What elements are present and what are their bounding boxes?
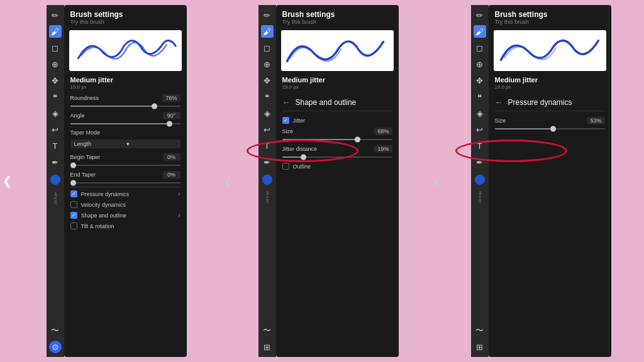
nav-icon-quote[interactable]: ❝ [49, 90, 62, 103]
pressure-size-value: 53% [587, 117, 604, 124]
jitter-dist-thumb[interactable] [301, 155, 306, 160]
left-nav-main: ✏ 🖌 ◻ ⊕ ✥ ❝ ◈ ↩ T ✒ 19.0 px 〜 ⚙ [47, 5, 64, 357]
shape-size-slider[interactable] [282, 139, 392, 140]
nav-icon-pres-brush[interactable]: ✏ [474, 9, 486, 21]
end-taper-row: End Taper 0% [70, 169, 180, 180]
nav-icon-pres-eye[interactable]: ◈ [474, 107, 486, 119]
nav-icon-pres-move[interactable]: ✥ [474, 74, 486, 87]
nav-icon-shape-eye[interactable]: ◈ [261, 107, 274, 119]
nav-icon-wave[interactable]: 〜 [49, 324, 62, 337]
nav-icon-pres-quote[interactable]: ❝ [474, 90, 486, 103]
jitter-dist-label: Jitter distance [282, 146, 318, 152]
color-dot-pressure[interactable] [475, 175, 485, 185]
nav-icon-shape-pen[interactable]: ✒ [261, 156, 274, 168]
nav-icon-history[interactable]: ↩ [49, 123, 62, 136]
brush-stroke-svg [69, 30, 182, 71]
panel-title-shape: Brush settings [282, 10, 392, 19]
pressure-back-arrow[interactable]: ← [495, 97, 503, 107]
begin-taper-slider[interactable] [70, 165, 180, 166]
velocity-row[interactable]: Velocity dynamics [70, 199, 180, 210]
shape-chevron[interactable]: › [178, 212, 180, 219]
velocity-checkbox[interactable] [70, 201, 77, 208]
nav-icon-brush[interactable]: ✏ [49, 9, 62, 21]
begin-taper-thumb[interactable] [70, 163, 76, 168]
panel3-nav-arrow[interactable]: ❮ [433, 175, 441, 187]
size-label: 19.0 px [53, 192, 57, 205]
nav-icon-pres-text[interactable]: T [474, 140, 486, 152]
shape-checkbox[interactable]: ✓ [70, 212, 77, 219]
panel-content-shape: ← Shape and outline ✓ Jitter Size 68% [276, 92, 399, 357]
nav-icon-shape-history[interactable]: ↩ [261, 123, 274, 136]
shape-back-arrow[interactable]: ← [282, 97, 291, 107]
panel-title-pressure: Brush settings [495, 10, 605, 19]
begin-taper-row: Begin Taper 0% [70, 151, 180, 163]
nav-icon-text[interactable]: T [49, 140, 62, 152]
nav-icon-shape-eraser[interactable]: ◻ [261, 41, 274, 54]
brush-size-main: 19.0 px [64, 84, 187, 92]
jitter-dist-slider[interactable] [282, 156, 392, 158]
nav-icon-settings-active[interactable]: ⚙ [49, 341, 62, 353]
pressure-row[interactable]: ✓ Pressure dynamics › [70, 189, 180, 199]
nav-icon-shape-smudge[interactable]: ⊕ [261, 58, 274, 70]
nav-icon-pen[interactable]: ✒ [49, 156, 62, 168]
jitter-dist-value: 19% [374, 145, 392, 153]
nav-icon-active[interactable]: 🖌 [49, 25, 62, 38]
panel-content-pressure: ← Pressure dynamics Size 53% [489, 92, 611, 357]
pressure-size-slider[interactable] [495, 128, 605, 129]
angle-thumb[interactable] [167, 121, 172, 127]
brush-preview-pressure [494, 30, 606, 71]
nav-icon-pres-active[interactable]: 🖌 [474, 25, 486, 38]
shape-row[interactable]: ✓ Shape and outline › [70, 210, 180, 221]
shape-size-thumb[interactable] [355, 137, 360, 143]
color-dot-shape[interactable] [262, 175, 272, 185]
nav-icon-pres-smudge[interactable]: ⊕ [474, 58, 486, 70]
nav-icon-shape-wave[interactable]: 〜 [261, 324, 274, 337]
outline-row[interactable]: Outline [282, 161, 392, 172]
nav-icon-shape-quote[interactable]: ❝ [261, 90, 274, 103]
nav-icon-move[interactable]: ✥ [49, 74, 62, 87]
nav-icon-pres-pen[interactable]: ✒ [474, 156, 486, 168]
taper-mode-chevron: ▾ [126, 141, 177, 147]
taper-mode-select[interactable]: Length ▾ [70, 140, 180, 148]
outline-checkbox[interactable] [282, 163, 289, 170]
nav-icon-shape-active[interactable]: 🖌 [261, 25, 274, 38]
end-taper-thumb[interactable] [70, 180, 76, 186]
section-header-pressure: ← Pressure dynamics [495, 92, 605, 111]
angle-slider[interactable] [70, 123, 180, 124]
brush-panel-pressure: Brush settings Try this brush Medium jit… [489, 5, 611, 357]
nav-icon-shape-text[interactable]: T [261, 140, 274, 152]
nav-icon-shape-move[interactable]: ✥ [261, 74, 274, 87]
nav-icon-pres-wave[interactable]: 〜 [474, 324, 486, 337]
divider-1 [70, 187, 180, 187]
nav-icon-eye[interactable]: ◈ [49, 107, 62, 119]
tilt-label: Tilt & rotation [81, 223, 180, 229]
tilt-row[interactable]: Tilt & rotation [70, 221, 180, 231]
panel2-nav-arrow[interactable]: ❮ [224, 175, 232, 187]
pressure-size-label: Size [495, 118, 506, 124]
shape-size-label: Size [282, 128, 294, 134]
nav-icon-smudge[interactable]: ⊕ [49, 58, 62, 70]
nav-icon-eraser[interactable]: ◻ [49, 41, 62, 54]
end-taper-slider[interactable] [70, 182, 180, 184]
pressure-chevron[interactable]: › [178, 190, 180, 197]
roundness-thumb[interactable] [152, 104, 157, 109]
jitter-checkbox[interactable]: ✓ [282, 117, 289, 124]
color-dot[interactable] [50, 175, 60, 185]
nav-icon-shape-brush[interactable]: ✏ [261, 9, 274, 21]
brush-name-pressure: Medium jitter [489, 74, 611, 84]
pressure-checkbox[interactable]: ✓ [70, 190, 77, 197]
taper-mode-value: Length [74, 141, 125, 147]
roundness-slider[interactable] [70, 106, 180, 107]
nav-icon-pres-eraser[interactable]: ◻ [474, 41, 486, 54]
angle-row: Angle 90° [70, 110, 180, 121]
pressure-size-thumb[interactable] [550, 126, 556, 132]
nav-icon-pres-history[interactable]: ↩ [474, 123, 486, 136]
jitter-row[interactable]: ✓ Jitter [282, 115, 392, 126]
nav-icon-shape-settings[interactable]: ⊞ [261, 341, 274, 353]
global-back-arrow[interactable]: ❮ [3, 174, 12, 188]
brush-size-shape: 19.0 px [276, 84, 399, 92]
taper-mode-row: Taper Mode [70, 128, 180, 138]
nav-icon-pres-settings[interactable]: ⊞ [474, 341, 486, 353]
tilt-checkbox[interactable] [70, 222, 77, 229]
panel-subtitle-shape: Try this brush [282, 19, 392, 25]
